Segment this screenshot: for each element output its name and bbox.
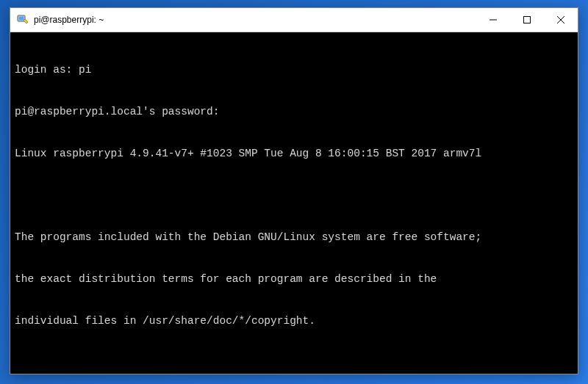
terminal-body[interactable]: login as: pi pi@raspberrypi.local's pass… bbox=[10, 32, 578, 374]
minimize-button[interactable] bbox=[476, 8, 510, 32]
putty-icon bbox=[16, 13, 29, 26]
svg-rect-1 bbox=[19, 17, 24, 21]
terminal-line: login as: pi bbox=[15, 63, 573, 77]
terminal-line: pi@raspberrypi.local's password: bbox=[15, 105, 573, 119]
close-button[interactable] bbox=[544, 8, 578, 32]
terminal-window: pi@raspberrypi: ~ login as: pi pi@raspbe… bbox=[10, 7, 578, 374]
svg-rect-2 bbox=[524, 17, 531, 23]
terminal-line bbox=[15, 189, 573, 203]
terminal-line: the exact distribution terms for each pr… bbox=[15, 272, 573, 286]
terminal-line: The programs included with the Debian GN… bbox=[15, 231, 573, 244]
terminal-line bbox=[15, 356, 573, 370]
titlebar[interactable]: pi@raspberrypi: ~ bbox=[10, 8, 578, 32]
terminal-line: individual files in /usr/share/doc/*/cop… bbox=[15, 314, 573, 328]
terminal-line: Linux raspberrypi 4.9.41-v7+ #1023 SMP T… bbox=[15, 147, 573, 161]
window-title: pi@raspberrypi: ~ bbox=[34, 15, 476, 25]
maximize-button[interactable] bbox=[510, 8, 544, 32]
